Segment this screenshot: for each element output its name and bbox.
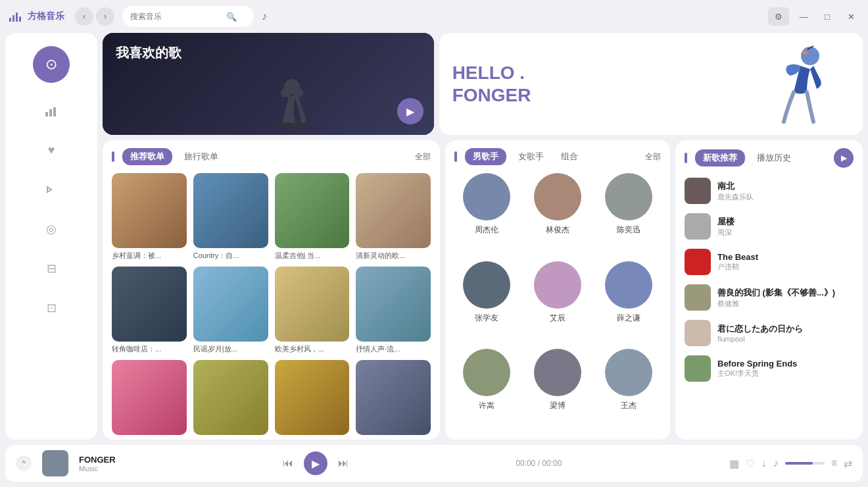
like-button[interactable]: ♡ (746, 457, 755, 470)
svg-point-10 (802, 51, 808, 55)
queue-button[interactable]: ≡ (831, 457, 837, 469)
playlist-item[interactable] (193, 360, 268, 438)
artist-item[interactable]: 艾辰 (525, 261, 590, 343)
song-title: The Beast (717, 252, 854, 262)
prev-button[interactable]: ⏮ (283, 457, 293, 469)
sidebar-item-favorites[interactable]: ♥ (39, 138, 63, 162)
artist-name: 张学友 (475, 313, 498, 324)
playlist-item[interactable] (112, 360, 187, 438)
back-button[interactable]: ‹ (75, 7, 93, 26)
play-pause-button[interactable]: ▶ (304, 451, 327, 475)
playlist-label: 欧美乡村风，... (275, 344, 350, 353)
song-title: Before Spring Ends (717, 359, 854, 369)
artist-item[interactable]: 许嵩 (454, 349, 519, 430)
tab-all-artists[interactable]: 全部 (645, 151, 661, 163)
avatar-icon: ⊙ (45, 56, 57, 73)
song-title: 屋楼 (717, 216, 854, 228)
titlebar: 方格音乐 ‹ › 🔍 ♪ ⚙ — □ ✕ (0, 0, 868, 33)
tab-female-artist[interactable]: 女歌手 (513, 148, 549, 165)
time-separator: / (538, 459, 540, 468)
song-item[interactable]: The Beast 户违鞘 (682, 244, 856, 280)
tab-male-artist[interactable]: 男歌手 (465, 148, 506, 165)
next-button[interactable]: ⏭ (338, 457, 349, 469)
artist-item[interactable]: 薛之谦 (596, 261, 661, 343)
playlist-view-button[interactable]: ▦ (729, 457, 739, 470)
avatar[interactable]: ⊙ (33, 46, 70, 83)
playlist-item[interactable]: 民谣岁月|放... (193, 267, 268, 353)
songs-play-button[interactable]: ▶ (834, 148, 854, 168)
volume-bar[interactable] (785, 462, 825, 465)
hello-text: HELLO . FONGER (452, 62, 531, 106)
svg-rect-4 (45, 112, 48, 116)
banner-hello: HELLO . FONGER (439, 33, 863, 135)
volume-fill (785, 462, 813, 465)
logo-icon (8, 9, 24, 24)
player-subtitle: Music (79, 465, 116, 473)
volume-button[interactable]: ♪ (773, 457, 779, 469)
svg-rect-0 (9, 18, 11, 22)
artist-name: 周杰伦 (475, 224, 498, 236)
sidebar-item-history[interactable] (39, 178, 63, 201)
playlist-item[interactable]: 乡村蓝调：被... (112, 173, 187, 260)
shuffle-button[interactable]: ⇄ (844, 457, 852, 470)
playlist-item[interactable]: Country：自... (193, 173, 268, 260)
tab-indicator (112, 151, 114, 162)
player-controls: ⏮ ▶ ⏭ (283, 451, 349, 475)
toggle-icon: ⊟ (47, 261, 57, 276)
song-item[interactable]: 善良的我们 (影集《不够善...》) 蔡健雅 (682, 280, 856, 315)
app-logo: 方格音乐 (8, 9, 64, 24)
song-artist: flumpool (717, 335, 854, 343)
artist-item[interactable]: 梁博 (525, 349, 590, 430)
song-item[interactable]: Before Spring Ends 主OK!李天贵 (682, 351, 856, 386)
artist-item[interactable]: 周杰伦 (454, 173, 519, 255)
svg-rect-5 (49, 109, 52, 116)
song-artist: 周深 (717, 228, 854, 238)
song-artist: 鹿先森乐队 (717, 192, 854, 202)
playlist-item[interactable] (356, 360, 431, 438)
main-container: ⊙ ♥ ◎ ⊟ ⊡ 我喜欢的歌 (0, 33, 868, 445)
playlist-item[interactable]: 抒情人声·流... (356, 267, 431, 353)
playlist-item[interactable] (275, 360, 350, 438)
maximize-button[interactable]: □ (818, 7, 836, 26)
playlist-item[interactable]: 欧美乡村风，... (275, 267, 350, 353)
song-info: 善良的我们 (影集《不够善...》) 蔡健雅 (717, 287, 854, 309)
banner-play-button[interactable]: ▶ (397, 98, 423, 124)
heart-icon: ♥ (48, 143, 55, 157)
artist-item[interactable]: 林俊杰 (525, 173, 590, 255)
artist-name: 陈奕迅 (617, 224, 640, 236)
settings-button[interactable]: ⚙ (768, 7, 789, 26)
search-input[interactable] (130, 12, 222, 21)
song-item[interactable]: 南北 鹿先森乐队 (682, 173, 856, 209)
playlist-item[interactable]: 转角咖啡店：... (112, 267, 187, 353)
minimize-button[interactable]: — (794, 7, 813, 26)
artist-item[interactable]: 张学友 (454, 261, 519, 343)
sidebar-item-toggle[interactable]: ⊟ (39, 257, 63, 280)
download-button[interactable]: ↓ (761, 457, 767, 469)
sidebar-item-stats[interactable] (39, 99, 63, 122)
tab-travel-playlist[interactable]: 旅行歌单 (179, 148, 224, 165)
song-artist: 户违鞘 (717, 262, 854, 272)
song-item[interactable]: 屋楼 周深 (682, 209, 856, 244)
tab-all-playlists[interactable]: 全部 (415, 151, 431, 163)
playlist-item[interactable]: 清新灵动的欧... (356, 173, 431, 260)
tab-recommended-playlist[interactable]: 推荐歌单 (122, 148, 172, 165)
artist-item[interactable]: 陈奕迅 (596, 173, 661, 255)
close-button[interactable]: ✕ (842, 7, 860, 26)
expand-icon: ^ (22, 460, 26, 467)
discovery-icon: ◎ (46, 222, 57, 236)
tab-group-artist[interactable]: 组合 (556, 148, 583, 165)
forward-button[interactable]: › (96, 7, 114, 26)
playlist-item[interactable]: 温柔吉他| 当... (275, 173, 350, 260)
song-item[interactable]: 君に恋したあの日から flumpool (682, 315, 856, 351)
artist-item[interactable]: 王杰 (596, 349, 661, 430)
tab-play-history[interactable]: 播放历史 (752, 149, 796, 167)
search-bar[interactable]: 🔍 (122, 6, 254, 27)
tab-new-songs[interactable]: 新歌推荐 (695, 149, 745, 167)
player-expand-button[interactable]: ^ (16, 455, 32, 471)
sidebar-item-chat[interactable]: ⊡ (39, 296, 63, 320)
artist-name: 王杰 (621, 400, 637, 411)
sidebar-item-discovery[interactable]: ◎ (39, 217, 63, 241)
artist-grid: 周杰伦 林俊杰 陈奕迅 张学友 艾辰 薛之谦 许嵩 梁博 王杰 (445, 170, 670, 440)
svg-rect-3 (19, 16, 21, 22)
banner-card-playlist[interactable]: 我喜欢的歌 ▶ (103, 33, 434, 135)
